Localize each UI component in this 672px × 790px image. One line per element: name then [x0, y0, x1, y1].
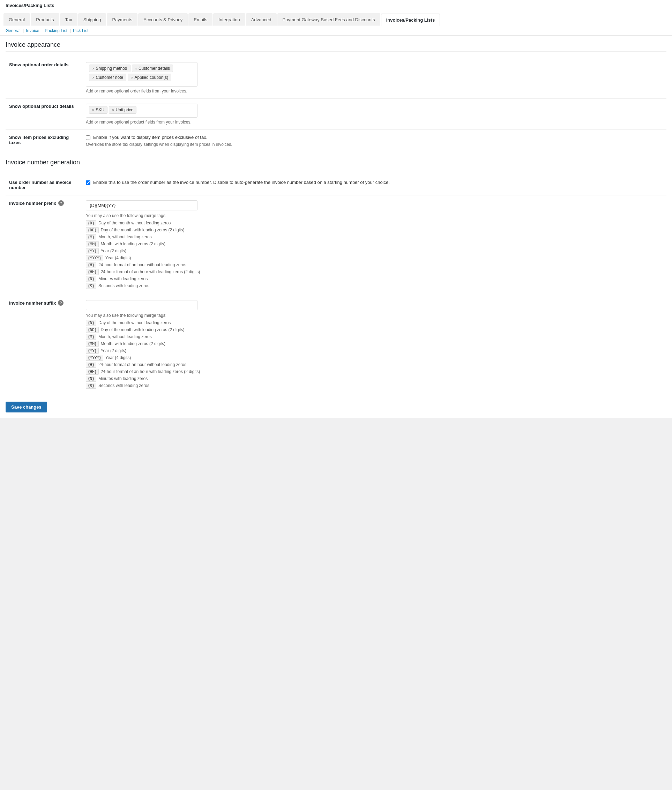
- tag-unit-price[interactable]: × Unit price: [109, 106, 136, 114]
- breadcrumb-invoice[interactable]: Invoice: [26, 28, 39, 33]
- breadcrumb-pick-list[interactable]: Pick List: [73, 28, 89, 33]
- invoice-prefix-help-icon[interactable]: ?: [58, 200, 64, 206]
- suffix-merge-m-code: {M}: [86, 334, 96, 340]
- optional-order-details-field: × Shipping method × Customer details × C…: [82, 57, 666, 99]
- tab-products[interactable]: Products: [31, 13, 59, 26]
- optional-product-details-field: × SKU × Unit price Add or remove optiona…: [82, 99, 666, 130]
- suffix-merge-yyyy-code: {YYYY}: [86, 355, 103, 361]
- suffix-merge-hh-code: {HH}: [86, 369, 99, 375]
- tab-payment-gateway[interactable]: Payment Gateway Based Fees and Discounts: [277, 13, 380, 26]
- tag-applied-coupons-remove[interactable]: ×: [131, 75, 133, 80]
- item-prices-checkbox[interactable]: [86, 135, 90, 140]
- prefix-merge-h: {H} 24-hour format of an hour without le…: [86, 262, 663, 268]
- tab-accounts-privacy[interactable]: Accounts & Privacy: [138, 13, 188, 26]
- suffix-merge-n-desc: Minutes with leading zeros: [98, 376, 147, 381]
- suffix-merge-n: {N} Minutes with leading zeros: [86, 376, 663, 382]
- tab-general[interactable]: General: [3, 13, 30, 26]
- tag-sku-remove[interactable]: ×: [92, 108, 94, 112]
- suffix-merge-dd-code: {DD}: [86, 327, 99, 333]
- invoice-appearance-title: Invoice appearance: [6, 41, 666, 52]
- prefix-merge-n-desc: Minutes with leading zeros: [98, 277, 147, 281]
- suffix-merge-yy-code: {YY}: [86, 348, 99, 354]
- prefix-merge-mm-code: {MM}: [86, 241, 99, 247]
- save-button[interactable]: Save changes: [6, 401, 47, 413]
- prefix-merge-m: {M} Month, without leading zeros: [86, 234, 663, 240]
- use-order-number-checkbox[interactable]: [86, 181, 90, 185]
- breadcrumb-packing-list[interactable]: Packing List: [45, 28, 67, 33]
- suffix-merge-s-desc: Seconds with leading zeros: [98, 383, 149, 388]
- invoice-prefix-merge-intro: You may also use the following merge tag…: [86, 213, 663, 218]
- invoice-appearance-table: Show optional order details × Shipping m…: [6, 57, 666, 152]
- suffix-merge-d-desc: Day of the month without leading zeros: [98, 320, 171, 325]
- tab-emails[interactable]: Emails: [189, 13, 213, 26]
- invoice-prefix-label: Invoice number prefix ?: [6, 195, 82, 295]
- prefix-merge-yy: {YY} Year (2 digits): [86, 248, 663, 254]
- tab-invoices[interactable]: Invoices/Packing Lists: [381, 14, 440, 26]
- invoice-prefix-input[interactable]: [86, 200, 197, 210]
- tag-unit-price-remove[interactable]: ×: [112, 108, 114, 112]
- tag-customer-details-remove[interactable]: ×: [135, 66, 137, 70]
- item-prices-checkbox-row: Enable if you want to display item price…: [86, 135, 663, 140]
- suffix-merge-yy: {YY} Year (2 digits): [86, 348, 663, 354]
- tag-sku-label: SKU: [96, 107, 104, 112]
- prefix-merge-n-code: {N}: [86, 276, 96, 282]
- suffix-merge-yy-desc: Year (2 digits): [101, 348, 126, 353]
- breadcrumb-sep3: |: [69, 28, 72, 33]
- invoice-suffix-row: Invoice number suffix ? You may also use…: [6, 295, 666, 395]
- tab-advanced[interactable]: Advanced: [246, 13, 277, 26]
- optional-product-details-description: Add or remove optional product fields fr…: [86, 120, 663, 125]
- prefix-merge-dd-code: {DD}: [86, 227, 99, 233]
- prefix-merge-mm-desc: Month, with leading zeros (2 digits): [101, 241, 165, 246]
- prefix-merge-h-code: {H}: [86, 262, 96, 268]
- tag-customer-details[interactable]: × Customer details: [132, 64, 173, 72]
- invoice-suffix-help-icon[interactable]: ?: [58, 300, 64, 305]
- optional-product-details-tags-box[interactable]: × SKU × Unit price: [86, 104, 197, 118]
- tag-unit-price-label: Unit price: [116, 107, 134, 112]
- suffix-merge-dd: {DD} Day of the month with leading zeros…: [86, 327, 663, 333]
- prefix-merge-d-code: {D}: [86, 220, 96, 226]
- prefix-merge-hh-code: {HH}: [86, 269, 99, 275]
- invoice-suffix-input[interactable]: [86, 300, 197, 310]
- invoice-number-table: Use order number as invoice number Enabl…: [6, 175, 666, 395]
- breadcrumb: General | Invoice | Packing List | Pick …: [0, 26, 672, 35]
- prefix-merge-yyyy-code: {YYYY}: [86, 255, 103, 261]
- suffix-merge-mm-desc: Month, with leading zeros (2 digits): [101, 341, 165, 346]
- prefix-merge-h-desc: 24-hour format of an hour without leadin…: [98, 262, 186, 267]
- tag-shipping-method-remove[interactable]: ×: [92, 66, 94, 70]
- breadcrumb-general[interactable]: General: [6, 28, 21, 33]
- prefix-merge-hh-desc: 24-hour format of an hour with leading z…: [101, 269, 200, 274]
- page-header: Invoices/Packing Lists: [0, 0, 672, 11]
- prefix-merge-d: {D} Day of the month without leading zer…: [86, 220, 663, 226]
- suffix-merge-dd-desc: Day of the month with leading zeros (2 d…: [101, 327, 185, 332]
- tag-customer-note-remove[interactable]: ×: [92, 75, 94, 80]
- prefix-merge-m-desc: Month, without leading zeros: [98, 235, 152, 239]
- page-title: Invoices/Packing Lists: [6, 3, 54, 8]
- prefix-merge-yy-desc: Year (2 digits): [101, 248, 126, 253]
- suffix-merge-s-code: {S}: [86, 383, 96, 389]
- tab-tax[interactable]: Tax: [60, 13, 77, 26]
- tag-sku[interactable]: × SKU: [89, 106, 107, 114]
- tag-customer-note[interactable]: × Customer note: [89, 74, 126, 81]
- suffix-merge-mm-code: {MM}: [86, 341, 99, 347]
- invoice-suffix-field: You may also use the following merge tag…: [82, 295, 666, 395]
- prefix-merge-s-desc: Seconds with leading zeros: [98, 283, 149, 288]
- suffix-merge-mm: {MM} Month, with leading zeros (2 digits…: [86, 341, 663, 347]
- tag-shipping-method[interactable]: × Shipping method: [89, 64, 131, 72]
- item-prices-checkbox-label[interactable]: Enable if you want to display item price…: [93, 135, 207, 140]
- invoice-prefix-field: You may also use the following merge tag…: [82, 195, 666, 295]
- use-order-number-label: Use order number as invoice number: [6, 175, 82, 195]
- prefix-merge-yy-code: {YY}: [86, 248, 99, 254]
- tab-shipping[interactable]: Shipping: [78, 13, 106, 26]
- suffix-merge-yyyy-desc: Year (4 digits): [106, 355, 131, 360]
- use-order-number-checkbox-label[interactable]: Enable this to use the order number as t…: [93, 180, 390, 185]
- suffix-merge-h-code: {H}: [86, 362, 96, 368]
- tag-applied-coupons[interactable]: × Applied coupon(s): [128, 74, 171, 81]
- prefix-merge-dd-desc: Day of the month with leading zeros (2 d…: [101, 227, 185, 232]
- tab-payments[interactable]: Payments: [107, 13, 138, 26]
- suffix-merge-n-code: {N}: [86, 376, 96, 382]
- optional-order-details-tags-box[interactable]: × Shipping method × Customer details × C…: [86, 62, 197, 86]
- optional-order-details-label: Show optional order details: [6, 57, 82, 99]
- tab-integration[interactable]: Integration: [213, 13, 245, 26]
- prefix-merge-mm: {MM} Month, with leading zeros (2 digits…: [86, 241, 663, 247]
- breadcrumb-sep2: |: [42, 28, 43, 33]
